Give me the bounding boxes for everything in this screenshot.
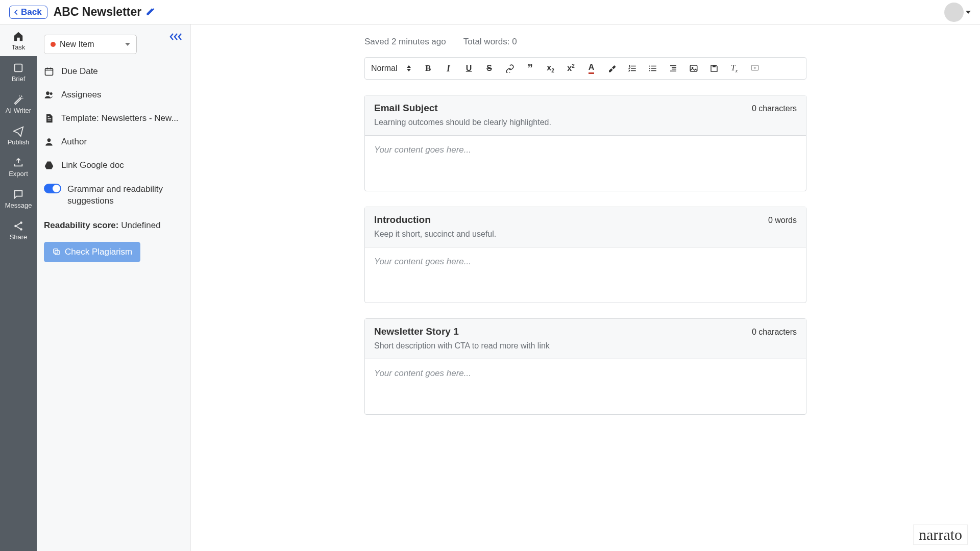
add-comment-button[interactable] — [745, 58, 765, 79]
check-plagiarism-button[interactable]: Check Plagiarism — [44, 242, 140, 262]
italic-button[interactable]: I — [438, 58, 459, 79]
image-icon — [689, 64, 698, 73]
block-editor[interactable]: Your content goes here... — [365, 359, 806, 414]
highlight-button[interactable] — [602, 58, 622, 79]
content-block-introduction: Introduction 0 words Keep it short, succ… — [364, 207, 806, 303]
main-layout: Task Brief AI Writer Publish Export Mess… — [0, 24, 980, 551]
plagiarism-label: Check Plagiarism — [65, 247, 132, 257]
block-header: Email Subject 0 characters Learning outc… — [365, 95, 806, 136]
svg-rect-13 — [690, 65, 697, 71]
indent-button[interactable] — [663, 58, 683, 79]
format-toolbar: Normal B I U S ” x2 x2 A Tx — [364, 57, 806, 80]
bold-button[interactable]: B — [418, 58, 438, 79]
editor-meta: Saved 2 minutes ago Total words: 0 — [364, 37, 806, 47]
panel-list: Due Date Assignees Template: Newsletters… — [44, 66, 183, 207]
google-drive-icon — [44, 160, 54, 170]
user-menu[interactable] — [944, 3, 971, 22]
svg-rect-15 — [713, 65, 716, 67]
status-select[interactable]: New Item — [44, 35, 137, 54]
assignees-label: Assignees — [61, 90, 101, 100]
nav-item-export[interactable]: Export — [0, 151, 37, 183]
block-counter: 0 characters — [752, 328, 797, 337]
magic-wand-icon — [13, 94, 24, 105]
calendar-icon — [44, 66, 54, 77]
link-button[interactable] — [500, 58, 520, 79]
comment-plus-icon — [750, 64, 760, 73]
template-field[interactable]: Template: Newsletters - New... — [44, 113, 183, 123]
gdoc-label: Link Google doc — [61, 160, 124, 170]
brand-logo: narrato — [913, 524, 968, 545]
readability-score: Readability score: Undefined — [44, 220, 183, 231]
underline-button[interactable]: U — [459, 58, 479, 79]
save-button[interactable] — [704, 58, 724, 79]
nav-item-ai-writer[interactable]: AI Writer — [0, 88, 37, 119]
topbar: Back ABC Newsletter — [0, 0, 980, 24]
topbar-left: Back ABC Newsletter — [9, 5, 156, 19]
nav-item-brief[interactable]: Brief — [0, 56, 37, 88]
superscript-button[interactable]: x2 — [561, 58, 581, 79]
nav-item-task[interactable]: Task — [0, 24, 37, 56]
editor-area: Saved 2 minutes ago Total words: 0 Norma… — [191, 24, 980, 551]
clear-format-button[interactable]: Tx — [724, 58, 745, 79]
caret-down-icon — [125, 43, 130, 46]
block-counter: 0 words — [768, 216, 797, 225]
subscript-button[interactable]: x2 — [541, 58, 561, 79]
edit-title-button[interactable] — [145, 6, 156, 18]
style-label: Normal — [371, 64, 398, 73]
chevron-left-icon — [13, 9, 20, 16]
nav-item-message[interactable]: Message — [0, 183, 37, 214]
svg-point-12 — [649, 70, 650, 71]
svg-point-11 — [649, 68, 650, 69]
svg-rect-9 — [54, 249, 58, 254]
template-label: Template: Newsletters - New... — [61, 113, 179, 123]
avatar — [944, 3, 964, 22]
block-editor[interactable]: Your content goes here... — [365, 136, 806, 191]
assignees-field[interactable]: Assignees — [44, 90, 183, 100]
block-counter: 0 characters — [752, 104, 797, 113]
svg-rect-4 — [45, 68, 53, 75]
pencil-square-icon — [145, 6, 156, 16]
block-editor[interactable]: Your content goes here... — [365, 247, 806, 303]
note-icon — [13, 62, 24, 73]
list-ul-icon — [648, 64, 657, 73]
collapse-panel-button[interactable] — [169, 33, 181, 41]
back-button[interactable]: Back — [9, 6, 47, 19]
placeholder-text: Your content goes here... — [374, 368, 471, 378]
title-wrap: ABC Newsletter — [54, 5, 156, 19]
indent-icon — [669, 64, 678, 73]
nav-label: Message — [5, 202, 32, 209]
saved-status: Saved 2 minutes ago — [364, 37, 446, 47]
placeholder-text: Your content goes here... — [374, 145, 471, 155]
image-button[interactable] — [683, 58, 704, 79]
copy-icon — [52, 247, 61, 256]
nav-label: AI Writer — [6, 107, 31, 114]
list-ol-icon — [628, 64, 637, 73]
status-dot-icon — [51, 42, 56, 47]
block-header: Newsletter Story 1 0 characters Short de… — [365, 319, 806, 359]
placeholder-text: Your content goes here... — [374, 257, 471, 266]
text-color-button[interactable]: A — [581, 58, 602, 79]
content-block-email-subject: Email Subject 0 characters Learning outc… — [364, 95, 806, 191]
nav-label: Brief — [12, 75, 26, 83]
block-title: Email Subject — [374, 103, 438, 114]
due-date-field[interactable]: Due Date — [44, 66, 183, 77]
block-title: Introduction — [374, 214, 431, 226]
blockquote-button[interactable]: ” — [520, 58, 541, 79]
ordered-list-button[interactable] — [622, 58, 643, 79]
nav-item-publish[interactable]: Publish — [0, 119, 37, 151]
floppy-disk-icon — [709, 64, 719, 73]
link-google-doc[interactable]: Link Google doc — [44, 160, 183, 170]
author-field[interactable]: Author — [44, 137, 183, 147]
svg-rect-0 — [15, 64, 22, 72]
grammar-toggle-row: Grammar and readability suggestions — [44, 184, 183, 207]
style-dropdown[interactable]: Normal — [371, 64, 418, 73]
nav-item-share[interactable]: Share — [0, 214, 37, 246]
readability-label: Readability score: — [44, 220, 118, 230]
strikethrough-button[interactable]: S — [479, 58, 500, 79]
nav-label: Export — [9, 170, 28, 178]
unordered-list-button[interactable] — [643, 58, 663, 79]
word-count: Total words: 0 — [463, 37, 517, 47]
side-panel: New Item Due Date Assignees Template: Ne… — [37, 24, 191, 551]
highlight-icon — [607, 64, 617, 73]
grammar-toggle[interactable] — [44, 184, 61, 193]
